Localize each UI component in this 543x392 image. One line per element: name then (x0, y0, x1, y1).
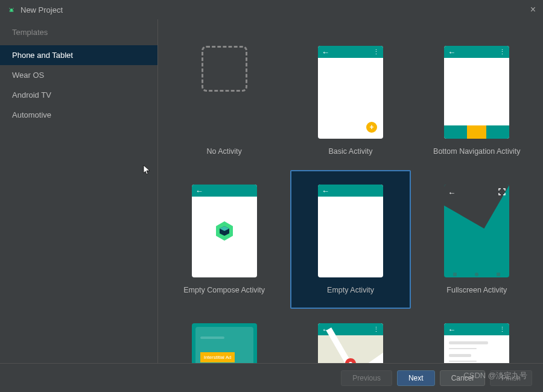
thumbnail: ←⋮ (444, 46, 509, 139)
map-pin-icon (345, 358, 356, 363)
bottom-nav-icon (444, 125, 509, 139)
back-arrow-icon: ← (322, 186, 329, 195)
fullscreen-icon (498, 188, 506, 195)
sidebar-header: Templates (0, 28, 157, 45)
template-fullscreen-activity[interactable]: ← Fullscreen Activity (417, 170, 537, 309)
nav-bar-icon (444, 271, 509, 277)
sidebar-item-wear-os[interactable]: Wear OS (0, 65, 157, 85)
back-arrow-icon: ← (448, 325, 456, 334)
template-label: No Activity (206, 147, 241, 156)
template-label: Empty Activity (327, 286, 374, 294)
sidebar-item-label: Phone and Tablet (12, 51, 73, 60)
titlebar: New Project × (0, 0, 543, 19)
template-no-activity[interactable]: No Activity (164, 31, 284, 170)
template-label: Empty Compose Activity (183, 286, 265, 294)
back-arrow-icon: ← (195, 186, 203, 195)
sidebar-item-label: Android TV (12, 90, 51, 100)
svg-line-3 (13, 8, 13, 9)
template-login-activity[interactable]: ←⋮ Login Activity (417, 309, 537, 363)
more-icon: ⋮ (499, 51, 506, 53)
sidebar-item-label: Automotive (12, 110, 51, 119)
template-basic-activity[interactable]: ←⋮ + Basic Activity (290, 31, 410, 170)
main-area: Templates Phone and Tablet Wear OS Andro… (0, 19, 543, 363)
watermark: CSDN @淡定九号 (463, 370, 527, 381)
template-label: Bottom Navigation Activity (433, 147, 521, 156)
footer: Previous Next Cancel Finish (0, 363, 543, 392)
thumbnail: ← (444, 185, 509, 277)
thumbnail: Interstitial Ad (192, 323, 257, 363)
fab-icon: + (366, 122, 377, 133)
template-label: Fullscreen Activity (446, 286, 507, 294)
back-arrow-icon: ← (448, 188, 456, 197)
dashed-box-icon (202, 46, 247, 92)
sidebar-item-label: Wear OS (12, 71, 44, 80)
svg-point-1 (12, 10, 13, 11)
android-logo-icon (7, 5, 16, 14)
thumbnail: ← (192, 185, 257, 277)
template-label: Basic Activity (329, 147, 373, 156)
close-icon[interactable]: × (530, 4, 536, 15)
window-title: New Project (21, 5, 530, 14)
thumbnail: ←⋮ (444, 323, 509, 363)
sidebar-item-phone-tablet[interactable]: Phone and Tablet (0, 45, 157, 65)
thumbnail: ←⋮ + (318, 46, 383, 139)
next-button[interactable]: Next (397, 370, 435, 386)
more-icon: ⋮ (499, 328, 506, 330)
back-arrow-icon: ← (322, 48, 329, 57)
back-arrow-icon: ← (448, 48, 456, 57)
template-interstitial-ad[interactable]: Interstitial Ad Interstitial Ad (164, 309, 284, 363)
svg-point-0 (10, 10, 11, 11)
previous-button: Previous (341, 370, 392, 386)
sidebar-item-automotive[interactable]: Automotive (0, 105, 157, 125)
template-grid: No Activity ←⋮ + Basic Activity ←⋮ Botto… (158, 19, 543, 363)
thumbnail: ←⋮ (318, 323, 383, 363)
thumbnail (192, 46, 257, 139)
compose-logo-icon (212, 219, 237, 243)
sidebar: Templates Phone and Tablet Wear OS Andro… (0, 19, 158, 363)
svg-line-2 (10, 8, 10, 9)
ad-tag: Interstitial Ad (200, 352, 235, 362)
template-empty-compose[interactable]: ← Empty Compose Activity (164, 170, 284, 309)
thumbnail: ← (318, 185, 383, 277)
more-icon: ⋮ (373, 51, 379, 53)
more-icon: ⋮ (373, 328, 379, 330)
template-bottom-navigation[interactable]: ←⋮ Bottom Navigation Activity (417, 31, 537, 170)
template-google-maps[interactable]: ←⋮ Google Maps Activity (290, 309, 410, 363)
template-empty-activity[interactable]: ← Empty Activity (290, 170, 410, 309)
sidebar-item-android-tv[interactable]: Android TV (0, 85, 157, 105)
